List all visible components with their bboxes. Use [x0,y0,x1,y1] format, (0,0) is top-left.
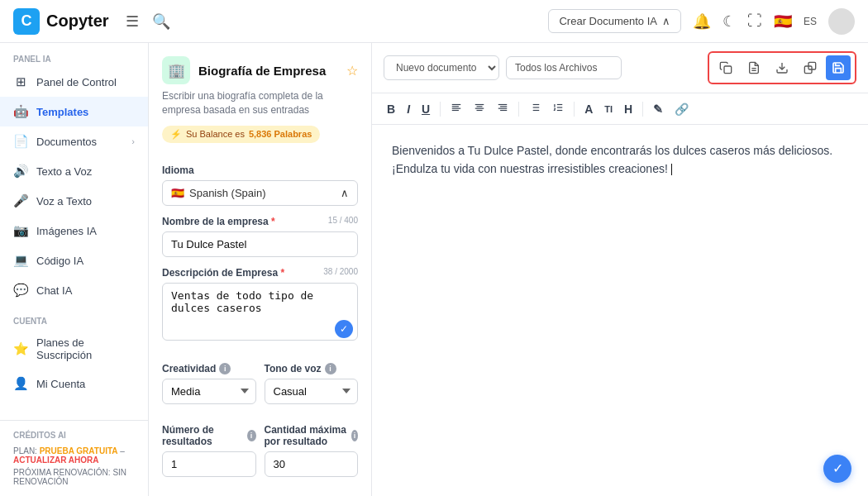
sidebar-item-texto-voz[interactable]: 🔊 Texto a Voz [0,156,148,186]
chat-icon: 💬 [13,283,28,298]
main-content: 🏢 Biografía de Empresa ☆ Escribir una bi… [149,43,868,496]
logo-name: Copyter [46,12,109,31]
save-doc-button[interactable] [826,55,851,80]
bell-icon[interactable]: 🔔 [693,12,711,31]
search-icon[interactable]: 🔍 [152,12,170,31]
nav-right: Crear Documento IA ∧ 🔔 ☾ ⛶ 🇪🇸 ES [548,8,855,35]
list-button[interactable] [526,100,544,117]
creatividad-col: Creatividad i Media [162,353,256,404]
action-icon-group [708,51,856,84]
desc-wrapper: Ventas de todo tipo de dulces caseros ✓ [162,283,358,343]
ordered-list-button[interactable] [549,100,567,117]
align-center-button[interactable] [470,100,489,117]
balance-value: 5,836 Palabras [249,129,312,139]
plan-text: PLAN: PRUEBA GRATUITA – ACTUALIZAR AHORA [13,446,135,465]
desc-counter: 38 / 2000 [323,267,358,276]
editor-fab-button[interactable]: ✓ [823,455,851,483]
align-right-button[interactable] [494,100,512,117]
sidebar-label: Voz a Texto [36,195,92,207]
logo-letter: C [13,8,40,35]
desc-textarea[interactable]: Ventas de todo tipo de dulces caseros [162,283,358,341]
lightning-icon: ⚡ [170,129,182,140]
info-icon2: i [325,363,336,374]
form-header: 🏢 Biografía de Empresa ☆ [162,56,358,84]
divider-3 [574,102,575,117]
cantidad-col: Cantidad máxima por resultado i [265,414,359,477]
link-button[interactable]: 🔗 [671,101,692,117]
sidebar-label: Panel de Control [36,76,117,88]
sidebar-item-panel-control[interactable]: ⊞ Panel de Control [0,67,148,97]
doc-select[interactable]: Nuevo documento [384,55,499,80]
copy-doc-button-2[interactable] [742,55,766,80]
user-icon: 👤 [13,376,28,391]
editor-toolbar-top: Nuevo documento Todos los Archivos [372,43,868,93]
underline-button[interactable]: U [418,101,433,117]
bold-button[interactable]: B [384,101,398,117]
creditos-label: CRÉDITOS AI [13,431,135,443]
top-navbar: C Copyter ☰ 🔍 Crear Documento IA ∧ 🔔 ☾ ⛶… [0,0,868,43]
mic-icon: 🎤 [13,193,28,208]
nombre-input[interactable] [162,231,358,257]
lang-value: Spanish (Spain) [189,187,266,199]
cantidad-input[interactable] [265,451,359,477]
camera-icon: 📷 [13,223,28,238]
plan-name: PRUEBA GRATUITA [40,446,118,455]
create-doc-button[interactable]: Crear Documento IA ∧ [548,9,681,33]
cuenta-label: CUENTA [0,305,148,329]
italic-button[interactable]: I [403,101,413,117]
heading-button[interactable]: H [621,101,636,117]
editor-panel: Nuevo documento Todos los Archivos [372,43,868,496]
lang-label: ES [804,16,817,27]
nombre-counter: 15 / 400 [328,216,358,225]
moon-icon[interactable]: ☾ [723,12,736,31]
creatividad-select[interactable]: Media [162,379,256,404]
docs-icon: 📄 [13,134,28,149]
flag-icon: 🇪🇸 [774,12,792,31]
logo: C Copyter [13,8,109,35]
balance-badge: ⚡ Su Balance es 5,836 Palabras [162,126,320,143]
language-select[interactable]: 🇪🇸 Spanish (Spain) ∧ [162,180,358,206]
file-select[interactable]: Todos los Archivos [506,56,622,79]
desc-label: Descripción de Empresa * 38 / 2000 [162,267,358,279]
sidebar-label: Texto a Voz [36,165,92,178]
sidebar-item-mi-cuenta[interactable]: 👤 Mi Cuenta [0,369,148,398]
form-title: Biografía de Empresa [198,64,338,78]
divider-4 [642,102,643,117]
sidebar-item-codigo[interactable]: 💻 Código IA [0,246,148,275]
chevron-up-icon: ∧ [341,187,349,199]
sidebar-item-documentos[interactable]: 📄 Documentos › [0,126,148,156]
editor-content[interactable]: Bienvenidos a Tu Dulce Pastel, donde enc… [372,125,868,496]
tono-select[interactable]: Casual [265,379,359,404]
copy-doc-button-3[interactable] [770,55,794,80]
font-color-button[interactable]: A [581,101,596,117]
text-size-button[interactable]: TI [601,103,616,116]
grid-icon: ⊞ [13,74,28,89]
plan-upgrade-link[interactable]: ACTUALIZAR AHORA [13,455,99,465]
textarea-check-icon: ✓ [335,320,353,338]
align-left-button[interactable] [447,100,465,117]
creatividad-label: Creatividad i [162,363,256,374]
pen-button[interactable]: ✎ [650,101,666,117]
editor-text: Bienvenidos a Tu Dulce Pastel, donde enc… [392,144,832,175]
sidebar-item-imagenes[interactable]: 📷 Imágenes IA [0,216,148,246]
app-body: PANEL IA ⊞ Panel de Control 🤖 Templates … [0,43,868,496]
expand-icon[interactable]: ⛶ [747,12,762,30]
chevron-icon: › [131,136,135,146]
sidebar-label: Imágenes IA [36,225,97,237]
sidebar-item-chat[interactable]: 💬 Chat IA [0,275,148,305]
editor-cursor [671,164,672,175]
tono-label: Tono de voz i [265,363,359,374]
creatividad-tono-row: Creatividad i Media Tono de voz i Casual [162,353,358,404]
form-icon: 🏢 [162,56,190,84]
sidebar-item-planes[interactable]: ⭐ Planes de Suscripción [0,329,148,369]
menu-icon[interactable]: ☰ [126,12,139,31]
favorite-icon[interactable]: ☆ [346,63,358,79]
copy-doc-button-1[interactable] [713,55,738,80]
avatar[interactable] [828,8,855,35]
num-resultados-input[interactable] [162,451,256,477]
copy-multi-button[interactable] [798,55,823,80]
form-description: Escribir una biografía completa de la em… [162,89,358,117]
sidebar-item-templates[interactable]: 🤖 Templates [0,97,148,126]
sidebar-item-voz-texto[interactable]: 🎤 Voz a Texto [0,186,148,216]
idioma-label: Idioma [162,165,358,176]
